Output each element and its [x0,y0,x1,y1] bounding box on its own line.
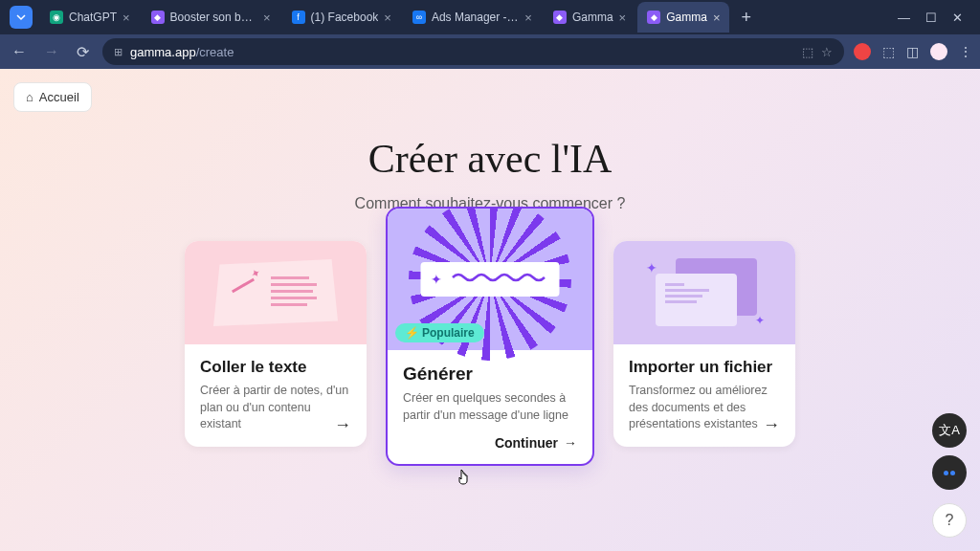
extensions-icon[interactable]: ⬚ [882,44,895,59]
sparkle-icon: ✦ [431,272,442,287]
file-front-icon [656,274,737,326]
gamma-icon: ◆ [647,11,660,24]
tab-title: Gamma [572,11,613,24]
browser-tab-5[interactable]: ◆ Gamma × [637,2,729,33]
gamma-icon: ◆ [553,11,567,24]
close-window-button[interactable]: ✕ [952,11,963,25]
maximize-button[interactable]: ☐ [925,11,937,25]
close-icon[interactable]: × [524,11,532,25]
badge-label: Populaire [422,326,475,340]
squiggle-icon [448,271,550,288]
meta-icon: ∞ [412,11,426,24]
site-info-icon[interactable]: ⊞ [114,46,122,58]
chat-button[interactable] [932,455,967,490]
url-bar[interactable]: ⊞ gamma.app/create ⬚ ☆ [102,38,844,65]
arrow-right-icon: → [763,415,780,435]
menu-icon[interactable]: ⋮ [959,44,972,59]
browser-tab-0[interactable]: ◉ ChatGPT × [40,2,140,33]
tab-dropdown-button[interactable] [10,6,33,29]
card-title: Importer un fichier [629,358,780,377]
install-app-icon[interactable]: ⬚ [802,45,813,59]
card-import-file[interactable]: ✦ ✦ Importer un fichier Transformez ou a… [613,241,795,447]
card-illustration: ✦ ⚡ Populaire [388,209,592,350]
cursor-pointer-icon [456,468,471,490]
wand-icon [232,278,255,294]
browser-tab-1[interactable]: ◆ Booster son business × [142,2,280,33]
prompt-box-icon: ✦ [421,262,560,297]
forward-button[interactable]: → [40,39,63,64]
new-tab-button[interactable]: + [731,8,761,28]
tab-title: Gamma [666,11,707,24]
page-content: ⌂ Accueil Créer avec l'IA Comment souhai… [0,69,980,551]
card-title: Coller le texte [200,358,351,377]
chat-icon [944,471,955,475]
window-controls: — ☐ ✕ [884,11,976,25]
facebook-icon: f [292,11,305,24]
arrow-right-icon: → [334,415,351,435]
tabs-bar: ◉ ChatGPT × ◆ Booster son business × f (… [0,0,980,34]
nav-bar: ← → ⟳ ⊞ gamma.app/create ⬚ ☆ ⬚ ◫ ⋮ [0,34,980,69]
arrow-right-icon: → [564,435,577,451]
browser-tab-3[interactable]: ∞ Ads Manager - Mana × [403,2,542,33]
home-icon: ⌂ [26,90,33,104]
side-panel-icon[interactable]: ◫ [906,44,919,59]
continue-label: Continuer [495,435,558,451]
tab-title: Booster son business [170,11,257,24]
page-title: Créer avec l'IA [0,136,980,182]
minimize-button[interactable]: — [898,11,910,25]
card-description: Créer en quelques secondes à partir d'un… [403,390,577,424]
language-button[interactable]: 文A [932,413,967,448]
main-content: Créer avec l'IA Comment souhaitez-vous c… [0,69,980,466]
tab-title: (1) Facebook [311,11,379,24]
close-icon[interactable]: × [384,11,391,25]
continue-button[interactable]: Continuer → [403,435,577,451]
sparkle-icon: ✦ [755,314,765,327]
popular-badge: ⚡ Populaire [395,323,484,342]
browser-chrome: ◉ ChatGPT × ◆ Booster son business × f (… [0,0,980,69]
browser-tab-4[interactable]: ◆ Gamma × [544,2,635,33]
tab-title: ChatGPT [69,11,117,24]
text-lines-icon [271,276,317,310]
question-icon: ? [946,512,954,529]
bookmark-icon[interactable]: ☆ [821,45,833,59]
home-label: Accueil [39,90,79,104]
reload-button[interactable]: ⟳ [73,39,93,65]
help-button[interactable]: ? [932,503,967,538]
gamma-icon: ◆ [151,11,165,24]
translate-icon: 文A [939,422,960,439]
back-button[interactable]: ← [8,39,31,64]
card-illustration: ✦ ✦ [613,241,795,344]
tab-title: Ads Manager - Mana [432,11,519,24]
nav-right: ⬚ ◫ ⋮ [854,43,972,60]
card-description: Créer à partir de notes, d'un plan ou d'… [200,383,351,433]
card-generate[interactable]: ✦ ⚡ Populaire Générer Créer en quelques … [386,207,594,466]
close-icon[interactable]: × [263,11,271,25]
card-paste-text[interactable]: Coller le texte Créer à partir de notes,… [185,241,367,447]
cards-container: Coller le texte Créer à partir de notes,… [0,241,980,466]
home-button[interactable]: ⌂ Accueil [13,82,92,112]
close-icon[interactable]: × [619,11,627,25]
close-icon[interactable]: × [713,11,721,25]
lightning-icon: ⚡ [405,326,419,340]
card-title: Générer [403,364,577,385]
browser-tab-2[interactable]: f (1) Facebook × [282,2,401,33]
close-icon[interactable]: × [122,11,130,25]
card-description: Transformez ou améliorez des documents e… [629,383,780,433]
sparkle-icon: ✦ [646,260,657,276]
url-text: gamma.app/create [130,45,794,59]
profile-avatar[interactable] [930,43,947,60]
extension-badge-icon[interactable] [854,43,871,60]
chatgpt-icon: ◉ [50,11,63,24]
card-illustration [185,241,367,344]
